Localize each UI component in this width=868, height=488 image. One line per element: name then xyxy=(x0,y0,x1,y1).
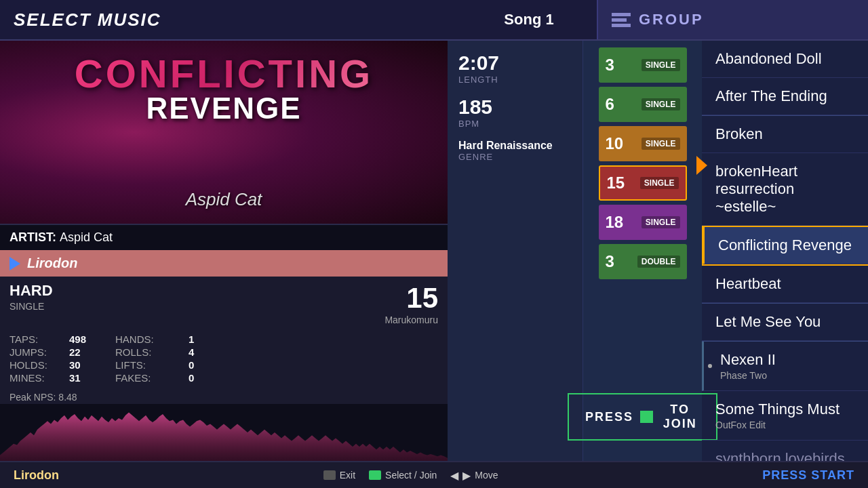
song-title: brokenHeart resurrection ~estelle~ xyxy=(715,163,797,215)
join-text: TO JOIN xyxy=(660,403,700,431)
difficulty-button-3-double[interactable]: 3 DOUBLE xyxy=(599,244,687,279)
exit-label: Exit xyxy=(340,470,355,481)
length-group: 2:07 LENGTH xyxy=(458,52,572,85)
song-genre: Hard Renaissance xyxy=(458,140,572,152)
jumps-label: JUMPS: xyxy=(9,346,64,358)
song-item-conflicting-revenge[interactable]: Conflicting Revenge xyxy=(702,227,868,264)
lifts-label: LIFTS: xyxy=(115,359,183,371)
song-title: Broken xyxy=(715,125,763,142)
difficulty-column: 3 SINGLE 6 SINGLE 10 SINGLE 15 SINGLE 18… xyxy=(583,41,702,461)
waveform-chart xyxy=(0,404,448,461)
song-item-heartbeat[interactable]: Heartbeat xyxy=(702,266,868,303)
right-arrow-icon: ▶ xyxy=(462,469,471,482)
diff-badge-number: 15 xyxy=(607,174,625,192)
stats-area: TAPS: 498 HANDS: 1 JUMPS: 22 ROLLS: 4 HO… xyxy=(0,331,448,389)
song-title: Let Me See You xyxy=(715,313,821,330)
diff-badge-type: DOUBLE xyxy=(637,256,680,268)
diff-badge-number: 18 xyxy=(606,213,624,232)
diff-badge-type: SINGLE xyxy=(642,98,680,110)
song-item-after-the-ending[interactable]: After The Ending xyxy=(702,78,868,115)
song-item-brokenheart[interactable]: brokenHeart resurrection ~estelle~ xyxy=(702,153,868,226)
center-right-section: 2:07 LENGTH 185 BPM Hard Renaissance GEN… xyxy=(448,41,868,461)
fakes-value: 0 xyxy=(189,372,216,384)
taps-label: TAPS: xyxy=(9,333,64,345)
difficulty-name: HARD xyxy=(9,282,53,300)
song-title: Heartbeat xyxy=(715,275,781,292)
mines-value: 31 xyxy=(69,372,110,384)
song-item-nexen-ii[interactable]: Nexen II Phase Two xyxy=(702,342,868,391)
exit-key-icon xyxy=(323,470,336,480)
main-content: CONFLICTING REVENGE Aspid Cat ARTIST: As… xyxy=(0,41,868,461)
join-green-block xyxy=(640,411,653,423)
player-row: Lirodon xyxy=(0,250,448,277)
select-key-icon xyxy=(369,470,381,480)
lifts-value: 0 xyxy=(189,359,216,371)
song-title: Abandoned Doll xyxy=(715,50,822,67)
waveform-area xyxy=(0,404,448,461)
diff-badge-type: SINGLE xyxy=(640,177,679,189)
song-counter: Song 1 xyxy=(461,11,597,28)
song-item-synthborn[interactable]: synthborn lovebirds xyxy=(702,441,868,461)
move-label: Move xyxy=(475,470,498,481)
song-title: synthborn lovebirds xyxy=(715,450,845,461)
song-title: Some Things Must xyxy=(715,401,854,418)
length-label: LENGTH xyxy=(458,75,572,85)
player-arrow-icon xyxy=(9,257,20,270)
song-subtitle: Phase Two xyxy=(720,370,854,381)
diff-badge-number: 10 xyxy=(606,134,624,153)
song-item-broken[interactable]: Broken xyxy=(702,116,868,153)
difficulty-right: 15 Marukomuru xyxy=(384,282,438,325)
select-label: Select / Join xyxy=(385,470,437,481)
diff-badge-number: 6 xyxy=(606,95,614,114)
top-bar: SELECT MUSIC Song 1 GROUP xyxy=(0,0,868,41)
group-line-3 xyxy=(612,24,631,27)
song-item-let-me-see-you[interactable]: Let Me See You xyxy=(702,304,868,341)
song-title: After The Ending xyxy=(715,87,827,104)
taps-value: 498 xyxy=(69,333,110,345)
banner-artist: Aspid Cat xyxy=(0,189,448,210)
song-title: Conflicting Revenge xyxy=(718,237,852,253)
group-label: GROUP xyxy=(639,11,704,28)
difficulty-stepper: Marukomuru xyxy=(384,314,438,325)
song-title: Nexen II xyxy=(720,351,854,369)
title-area: SELECT MUSIC xyxy=(0,9,461,30)
song-info-column: 2:07 LENGTH 185 BPM Hard Renaissance GEN… xyxy=(448,41,583,461)
banner-title-group: CONFLICTING REVENGE xyxy=(0,54,448,123)
bpm-group: 185 BPM xyxy=(458,96,572,129)
page-title: SELECT MUSIC xyxy=(14,9,161,30)
song-list: Abandoned Doll After The Ending Broken b… xyxy=(702,41,868,461)
hands-label: HANDS: xyxy=(115,333,183,345)
press-join-button[interactable]: PRESS TO JOIN xyxy=(568,393,717,441)
difficulty-button-18-single[interactable]: 18 SINGLE xyxy=(599,205,687,240)
bpm-label: BPM xyxy=(458,119,572,129)
group-line-2 xyxy=(612,18,627,22)
difficulty-button-6-single[interactable]: 6 SINGLE xyxy=(599,87,687,122)
press-start-button[interactable]: PRESS START xyxy=(762,468,854,483)
genre-label: GENRE xyxy=(458,152,572,162)
song-item-some-things-must[interactable]: Some Things Must OutFox Edit xyxy=(702,391,868,441)
select-control: Select / Join xyxy=(369,470,437,481)
difficulty-number: 15 xyxy=(384,282,438,314)
artist-name: Aspid Cat xyxy=(60,230,113,244)
song-subtitle: OutFox Edit xyxy=(715,420,854,430)
song-length: 2:07 xyxy=(458,52,572,75)
difficulty-button-3-single[interactable]: 3 SINGLE xyxy=(599,47,687,83)
diff-badge-type: SINGLE xyxy=(642,59,680,71)
exit-control: Exit xyxy=(323,470,355,481)
banner-title-line2: REVENGE xyxy=(0,94,448,123)
player-name: Lirodon xyxy=(27,256,77,271)
song-item-abandoned-doll[interactable]: Abandoned Doll xyxy=(702,41,868,78)
bottom-bar: Lirodon Exit Select / Join ◀ ▶ Move PRES… xyxy=(0,461,868,488)
hands-value: 1 xyxy=(189,333,216,345)
difficulty-type: SINGLE xyxy=(9,301,53,312)
nexen-dot-icon xyxy=(708,364,712,368)
left-section: CONFLICTING REVENGE Aspid Cat ARTIST: As… xyxy=(0,41,448,461)
press-join-area: PRESS TO JOIN xyxy=(568,393,717,454)
group-line-1 xyxy=(612,13,631,16)
left-arrow-icon: ◀ xyxy=(450,469,458,482)
peak-nps: Peak NPS: 8.48 xyxy=(0,389,448,404)
mines-label: MINES: xyxy=(9,372,64,384)
move-control: ◀ ▶ Move xyxy=(450,469,498,482)
difficulty-button-15-single[interactable]: 15 SINGLE xyxy=(599,165,687,201)
difficulty-button-10-single[interactable]: 10 SINGLE xyxy=(599,126,687,161)
